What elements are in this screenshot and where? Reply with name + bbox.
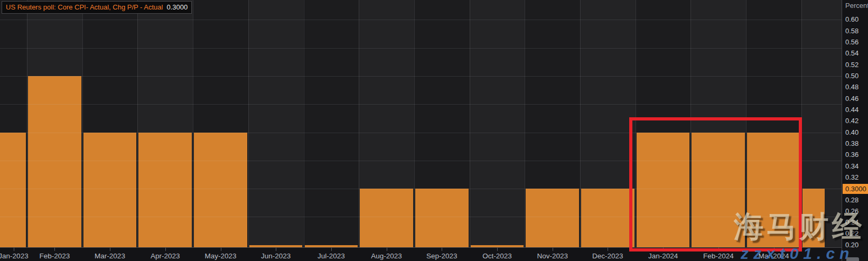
y-tick-label: 0.40 xyxy=(845,128,858,137)
bar xyxy=(0,133,26,248)
y-tick-label: 0.32 xyxy=(845,173,858,182)
month-label: Feb-2024 xyxy=(703,252,734,260)
y-tick-label: 0.58 xyxy=(845,27,858,35)
x-axis-tick xyxy=(14,248,14,251)
month-label: Dec-2023 xyxy=(592,252,623,260)
month-label: Jan-2023 xyxy=(0,252,29,260)
v-gridline xyxy=(525,0,525,247)
x-axis-tick xyxy=(165,248,166,251)
y-tick-label: 0.48 xyxy=(845,83,858,91)
bar xyxy=(28,76,81,247)
series-legend[interactable]: US Reuters poll: Core CPI- Actual, Chg P… xyxy=(2,1,192,14)
month-label: Jul-2023 xyxy=(318,252,345,260)
x-axis-tick xyxy=(608,248,608,251)
y-tick-label: 0.38 xyxy=(845,139,858,148)
month-column xyxy=(470,0,525,247)
y-tick-label: 0.56 xyxy=(845,38,858,46)
x-axis-tick xyxy=(331,248,332,251)
month-column xyxy=(248,0,304,247)
v-gridline xyxy=(137,0,138,247)
v-gridline xyxy=(248,0,249,247)
bar xyxy=(581,189,634,247)
scrollbar-chip[interactable] xyxy=(846,257,859,261)
bar xyxy=(415,189,469,247)
bar xyxy=(138,133,192,248)
y-tick-label: 0.36 xyxy=(845,151,858,159)
y-tick-label: 0.60 xyxy=(845,15,858,24)
x-axis-tick xyxy=(110,248,110,251)
month-label: Mar-2023 xyxy=(95,252,125,260)
current-value-badge: 0.3000 xyxy=(843,184,868,194)
month-label: Feb-2023 xyxy=(39,252,70,260)
y-tick-label: 0.42 xyxy=(845,117,858,125)
y-axis-title: Percent xyxy=(845,2,868,10)
x-axis-tick xyxy=(387,248,387,251)
v-gridline xyxy=(27,0,27,247)
x-axis-tick xyxy=(54,248,55,251)
v-gridline xyxy=(193,0,193,247)
x-axis-tick xyxy=(442,248,442,251)
bar xyxy=(194,133,247,248)
h-gridline xyxy=(0,104,842,105)
month-label: Aug-2023 xyxy=(371,252,402,260)
series-legend-value: 0.3000 xyxy=(166,3,188,11)
month-label: Jun-2023 xyxy=(261,252,291,260)
terminal-chart: US Reuters poll: Core CPI- Actual, Chg P… xyxy=(0,0,868,261)
v-gridline xyxy=(414,0,415,247)
x-axis-tick xyxy=(276,248,276,251)
y-tick-label: 0.28 xyxy=(845,196,858,204)
v-gridline xyxy=(580,0,581,247)
month-label: Jan-2024 xyxy=(648,252,678,260)
bar xyxy=(526,189,579,247)
month-label: Sep-2023 xyxy=(426,252,458,260)
y-tick-label: 0.46 xyxy=(845,95,858,103)
h-gridline xyxy=(0,48,842,49)
month-label: Apr-2023 xyxy=(151,252,180,260)
month-label: Oct-2023 xyxy=(482,252,512,260)
bar xyxy=(360,189,413,247)
series-legend-label: US Reuters poll: Core CPI- Actual, Chg P… xyxy=(6,3,163,11)
h-gridline xyxy=(0,76,842,77)
y-tick-label: 0.52 xyxy=(845,61,858,69)
month-label: Nov-2023 xyxy=(537,252,568,260)
bar xyxy=(83,133,137,248)
v-gridline xyxy=(304,0,304,247)
v-gridline xyxy=(359,0,359,247)
x-axis-tick xyxy=(553,248,553,251)
x-axis-tick xyxy=(497,248,498,251)
watermark-cn: 海马财经 xyxy=(734,207,865,247)
month-label: May-2023 xyxy=(204,252,236,260)
x-axis-tick xyxy=(221,248,221,251)
v-gridline xyxy=(470,0,470,247)
v-gridline xyxy=(82,0,83,247)
y-tick-label: 0.50 xyxy=(845,72,858,80)
y-tick-label: 0.44 xyxy=(845,106,858,114)
watermark-site: zzxt01.cn xyxy=(741,245,854,261)
h-gridline xyxy=(0,20,842,20)
month-column xyxy=(304,0,359,247)
y-tick-label: 0.54 xyxy=(845,49,858,58)
y-tick-label: 0.34 xyxy=(845,162,858,171)
